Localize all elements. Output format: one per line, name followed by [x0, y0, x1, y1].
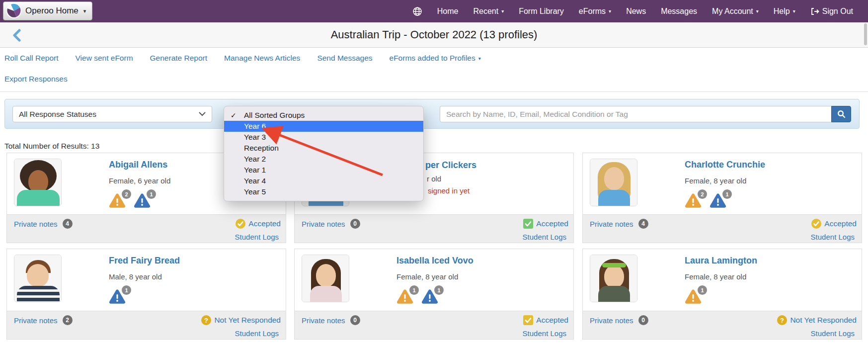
warning-blue-icon[interactable]: 1 — [134, 193, 151, 208]
student-logs-link[interactable]: Student Logs — [235, 233, 279, 241]
dropdown-option-year-5[interactable]: Year 5 — [224, 186, 423, 197]
student-photo[interactable] — [14, 159, 62, 206]
student-logs-link[interactable]: Student Logs — [523, 329, 566, 338]
warning-blue-icon[interactable]: 1 — [421, 289, 438, 304]
status-badge[interactable]: Accepted — [248, 219, 281, 228]
chevron-down-icon: ▾ — [478, 56, 481, 61]
dropdown-option-year-6[interactable]: Year 6 — [224, 121, 423, 132]
nav-item-home[interactable]: Home — [437, 7, 459, 16]
scrollbar[interactable] — [864, 23, 867, 45]
warning-count-badge: 1 — [147, 189, 156, 199]
private-notes-count: 2 — [63, 315, 73, 325]
search-group — [440, 106, 851, 122]
nav-item-news[interactable]: News — [626, 7, 646, 16]
chevron-down-icon: ▾ — [756, 8, 759, 14]
chevron-down-icon — [199, 112, 206, 116]
private-notes-link[interactable]: Private notes — [302, 316, 345, 325]
private-notes-count: 4 — [63, 219, 73, 229]
search-icon — [837, 110, 846, 118]
student-meta: r old — [427, 175, 441, 183]
student-name[interactable]: Fred Fairy Bread — [109, 256, 281, 266]
private-notes-count: 4 — [638, 219, 648, 229]
card-footer: Private notes 4 Accepted Student Logs — [583, 214, 862, 243]
check-icon: ✓ — [231, 110, 241, 121]
student-name[interactable]: Isabella Iced Vovo — [396, 256, 568, 266]
section-divider — [0, 91, 868, 92]
operoo-home-button[interactable]: Operoo Home ▾ — [3, 1, 92, 20]
student-name[interactable]: Charlotte Crunchie — [685, 160, 857, 170]
back-button[interactable] — [11, 29, 24, 42]
student-name[interactable]: Laura Lamington — [685, 256, 857, 266]
sorted-groups-dropdown: ✓ All Sorted Groups Year 6 Year 3 Recept… — [224, 106, 424, 201]
dropdown-option-year-2[interactable]: Year 2 — [224, 154, 423, 165]
student-photo[interactable] — [590, 255, 637, 302]
sign-out-icon — [810, 7, 819, 16]
student-photo[interactable] — [590, 159, 637, 206]
private-notes-link[interactable]: Private notes — [302, 220, 345, 228]
response-status-value: All Response Statuses — [19, 110, 96, 119]
accepted-square-check-icon — [523, 219, 533, 229]
question-circle-icon: ? — [777, 315, 787, 325]
title-bar: Australian Trip - October 2022 (13 profi… — [0, 22, 868, 48]
dropdown-option-all-sorted-groups[interactable]: ✓ All Sorted Groups — [224, 110, 423, 121]
student-logs-link[interactable]: Student Logs — [235, 329, 279, 338]
status-badge[interactable]: Not Yet Responded — [790, 316, 857, 325]
profile-card: Isabella Iced Vovo Female, 8 year old 1 … — [294, 249, 574, 340]
nav-item-my-account[interactable]: My Account▾ — [712, 7, 759, 16]
private-notes-link[interactable]: Private notes — [14, 316, 58, 325]
question-circle-icon: ? — [201, 315, 211, 325]
warning-orange-icon[interactable]: 2 — [109, 193, 126, 208]
card-footer: Private notes 4 Accepted Student Logs — [7, 214, 286, 243]
link-manage-news-articles[interactable]: Manage News Articles — [224, 54, 300, 63]
student-meta: Female, 8 year old — [396, 272, 568, 281]
nav-item-eforms[interactable]: eForms▾ — [579, 7, 611, 16]
card-footer: Private notes 0 Accepted Student Logs — [295, 214, 573, 243]
card-footer: Private notes 2 ? Not Yet Responded Stud… — [7, 311, 286, 339]
search-button[interactable] — [831, 106, 851, 122]
link-send-messages[interactable]: Send Messages — [317, 54, 372, 63]
private-notes-link[interactable]: Private notes — [590, 316, 633, 325]
nav-item-messages[interactable]: Messages — [661, 7, 697, 16]
student-logs-link[interactable]: Student Logs — [811, 329, 855, 338]
student-meta: Female, 8 year old — [685, 272, 857, 281]
link-roll-call-report[interactable]: Roll Call Report — [4, 54, 59, 63]
status-badge[interactable]: Accepted — [824, 219, 857, 228]
private-notes-link[interactable]: Private notes — [590, 220, 633, 228]
brand-caret-icon: ▾ — [83, 8, 86, 14]
link-eforms-added-to-profiles[interactable]: eForms added to Profiles▾ — [390, 54, 481, 63]
dropdown-option-reception[interactable]: Reception — [224, 143, 423, 154]
warning-orange-icon[interactable]: 1 — [685, 289, 702, 304]
nav-item-sign-out[interactable]: Sign Out — [810, 7, 853, 16]
nav-item-help[interactable]: Help▾ — [774, 7, 795, 16]
student-logs-link[interactable]: Student Logs — [523, 233, 566, 241]
nav-item-form-library[interactable]: Form Library — [519, 7, 564, 16]
student-photo[interactable] — [14, 255, 62, 302]
private-notes-count: 0 — [350, 315, 360, 325]
response-status-select[interactable]: All Response Statuses — [12, 106, 212, 122]
svg-text:?: ? — [780, 317, 784, 324]
nav-item-recent[interactable]: Recent▾ — [473, 7, 504, 16]
warning-orange-icon[interactable]: 2 — [685, 193, 702, 208]
status-badge[interactable]: Not Yet Responded — [214, 316, 281, 325]
student-meta: Female, 8 year old — [685, 176, 857, 185]
warning-orange-icon[interactable]: 1 — [396, 289, 413, 304]
search-input[interactable] — [440, 106, 831, 122]
dropdown-option-year-3[interactable]: Year 3 — [224, 132, 423, 143]
warning-blue-icon[interactable]: 1 — [109, 289, 126, 304]
link-generate-report[interactable]: Generate Report — [150, 54, 207, 63]
student-name[interactable]: per Clickers — [425, 160, 476, 171]
results-count: Total Number of Results: 13 — [4, 142, 99, 151]
link-export-responses[interactable]: Export Responses — [4, 75, 68, 84]
status-badge[interactable]: Accepted — [536, 219, 568, 228]
dropdown-option-year-1[interactable]: Year 1 — [224, 165, 423, 176]
student-photo[interactable] — [302, 255, 349, 302]
status-badge[interactable]: Accepted — [536, 316, 568, 325]
warning-blue-icon[interactable]: 1 — [710, 193, 726, 208]
link-view-sent-eform[interactable]: View sent eForm — [76, 54, 133, 63]
student-logs-link[interactable]: Student Logs — [811, 233, 855, 241]
warning-count-badge: 1 — [434, 285, 444, 295]
page-title: Australian Trip - October 2022 (13 profi… — [0, 22, 868, 47]
dropdown-option-year-4[interactable]: Year 4 — [224, 176, 423, 186]
private-notes-link[interactable]: Private notes — [14, 220, 58, 228]
globe-icon[interactable] — [412, 6, 422, 16]
